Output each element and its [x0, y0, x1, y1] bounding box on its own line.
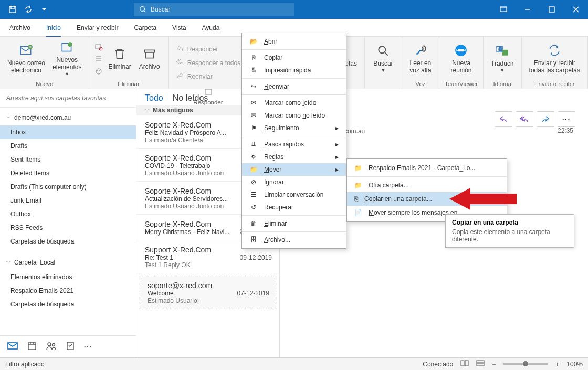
- ctx-marcar-noleido[interactable]: ✉Marcar como no leído: [242, 109, 346, 122]
- reply-all-button[interactable]: Responder a todos: [174, 57, 243, 69]
- search-input[interactable]: [151, 6, 289, 13]
- mail-closed-icon: ✉: [249, 112, 258, 119]
- tab-vista[interactable]: Vista: [172, 19, 186, 37]
- maximize-button[interactable]: [540, 0, 564, 19]
- tab-ayuda[interactable]: Ayuda: [202, 19, 220, 37]
- ctx-recuperar[interactable]: ↺Recuperar: [242, 201, 346, 214]
- ctx-pasos[interactable]: ⇊Pasos rápidos▸: [242, 138, 346, 151]
- filter-todo[interactable]: Todo: [145, 93, 163, 103]
- submenu-arrow-icon: ▸: [335, 166, 339, 173]
- dropdown-icon[interactable]: [40, 5, 48, 14]
- ctx-abrir[interactable]: 📂Abrir: [242, 35, 346, 48]
- zoom-in-button[interactable]: +: [555, 361, 559, 368]
- folder-junk[interactable]: Junk Email: [0, 194, 136, 207]
- ctx-reglas[interactable]: ⛭Reglas▸: [242, 151, 346, 163]
- ctx-marcar-leido[interactable]: ✉Marcar como leído: [242, 97, 346, 109]
- folder-drafts[interactable]: Drafts: [0, 139, 136, 153]
- delete-button[interactable]: Eliminar: [106, 40, 133, 78]
- new-items-button[interactable]: Nuevos elementos▼: [50, 40, 83, 78]
- tab-enviar[interactable]: Enviar y recibir: [77, 19, 118, 37]
- reply-all-action-button[interactable]: [516, 111, 533, 127]
- folder-inbox[interactable]: Inbox: [0, 125, 136, 139]
- svg-text:a: a: [498, 45, 502, 52]
- ribbon-group-envrec: Enviar o recibir: [534, 79, 575, 89]
- folder-outbox[interactable]: Outbox: [0, 207, 136, 221]
- cleanup-icon: ☰: [249, 191, 258, 198]
- folder-rss[interactable]: RSS Feeds: [0, 221, 136, 235]
- archive-button[interactable]: Archivo: [136, 40, 163, 78]
- folder-search2[interactable]: Carpetas de búsqueda: [0, 298, 136, 311]
- folder-deleted[interactable]: Deleted Items: [0, 166, 136, 180]
- reply-action-button[interactable]: [495, 111, 512, 127]
- ctx-seguimiento[interactable]: ⚑Seguimiento▸: [242, 122, 346, 134]
- tooltip-body: Copia este elemento a una carpeta difere…: [452, 228, 568, 243]
- folder-respaldo[interactable]: Respaldo Emails 2021: [0, 284, 136, 298]
- cleanup-icon[interactable]: [94, 55, 103, 65]
- svg-point-2: [140, 7, 145, 12]
- find-button[interactable]: Buscar▼: [370, 40, 396, 78]
- teamviewer-button[interactable]: Nueva reunión: [448, 40, 474, 78]
- translate-button[interactable]: aTraducir▼: [489, 40, 516, 78]
- ctx-impresion[interactable]: 🖶Impresión rápida: [242, 64, 346, 77]
- ctx-eliminar[interactable]: 🗑Eliminar: [242, 217, 346, 230]
- view-reading-icon[interactable]: [476, 360, 485, 368]
- read-aloud-button[interactable]: Leer en voz alta: [407, 40, 434, 78]
- message-date: 07-12-2019: [237, 290, 269, 297]
- local-pst-header[interactable]: ﹀Carpeta_Local: [0, 255, 136, 270]
- ctx-copiar[interactable]: ⎘Copiar: [242, 51, 346, 64]
- search-box[interactable]: [134, 3, 294, 16]
- ctx-ignorar[interactable]: ⊘Ignorar: [242, 176, 346, 188]
- reply-button[interactable]: Responder: [174, 43, 243, 55]
- people-module-icon[interactable]: [46, 342, 57, 352]
- send-receive-button[interactable]: Enviar y recibir todas las carpetas: [527, 40, 582, 78]
- forward-button[interactable]: Reenviar: [174, 70, 243, 82]
- more-actions-button[interactable]: ···: [558, 111, 575, 127]
- zoom-slider[interactable]: [503, 363, 548, 365]
- folder-eliminados[interactable]: Elementos eliminados: [0, 270, 136, 284]
- folder-search[interactable]: Carpetas de búsqueda: [0, 235, 136, 248]
- message-item[interactable]: soporte@x-red.com Welcome Estimado Usuar…: [139, 276, 277, 309]
- tasks-module-icon[interactable]: [66, 341, 75, 352]
- folder-icon: 📁: [354, 182, 362, 189]
- submenu-recent-folder[interactable]: 📁Respaldo Emails 2021 - Carpeta_Lo...: [347, 161, 507, 175]
- zoom-out-button[interactable]: −: [492, 361, 496, 368]
- mail-module-icon[interactable]: [7, 342, 18, 352]
- forward-action-button[interactable]: [537, 111, 554, 127]
- ctx-archivo[interactable]: 🗄Archivo...: [242, 234, 346, 246]
- junk-icon[interactable]: [94, 67, 103, 77]
- filter-noleidos[interactable]: No leídos: [173, 93, 208, 103]
- more-modules-icon[interactable]: ···: [84, 343, 92, 351]
- svg-rect-0: [9, 6, 16, 13]
- ctx-mover[interactable]: 📁Mover▸: [242, 163, 346, 176]
- view-normal-icon[interactable]: [460, 360, 469, 368]
- svg-rect-24: [502, 50, 508, 56]
- forward-icon: [176, 71, 184, 81]
- tab-inicio[interactable]: Inicio: [46, 19, 61, 37]
- message-subject-line: Actualización de Servidores...: [145, 195, 239, 203]
- sync-icon[interactable]: [24, 5, 33, 14]
- save-icon[interactable]: [8, 5, 17, 14]
- delete-label: Eliminar: [108, 64, 131, 70]
- ctx-limpiar[interactable]: ☰Limpiar conversación: [242, 188, 346, 201]
- account-header[interactable]: ﹀demo@xred.com.au: [0, 110, 136, 125]
- archive-icon: [143, 47, 156, 62]
- svg-rect-32: [461, 361, 464, 366]
- flag-icon: ⚑: [249, 124, 258, 132]
- svg-point-16: [100, 71, 100, 71]
- minimize-button[interactable]: [516, 0, 540, 19]
- calendar-module-icon[interactable]: [27, 341, 37, 352]
- folder-sent[interactable]: Sent Items: [0, 153, 136, 166]
- ribbon-group-nuevo: Nuevo: [36, 79, 53, 89]
- copy-folder-icon: ⎘: [354, 195, 358, 203]
- ctx-reenviar[interactable]: ↪Reenviar: [242, 80, 346, 93]
- svg-point-15: [98, 71, 98, 71]
- folder-icon: 📁: [354, 164, 362, 172]
- folder-drafts-local[interactable]: Drafts (This computer only): [0, 180, 136, 194]
- tab-carpeta[interactable]: Carpeta: [134, 19, 156, 37]
- window-present-icon[interactable]: [491, 0, 516, 19]
- new-mail-button[interactable]: Nuevo correo electrónico: [5, 40, 47, 78]
- close-button[interactable]: [564, 0, 588, 19]
- ignore-icon[interactable]: [94, 43, 103, 53]
- favorites-drop-hint[interactable]: Arrastre aquí sus carpetas favoritas: [0, 89, 136, 108]
- tab-archivo[interactable]: Archivo: [9, 19, 30, 37]
